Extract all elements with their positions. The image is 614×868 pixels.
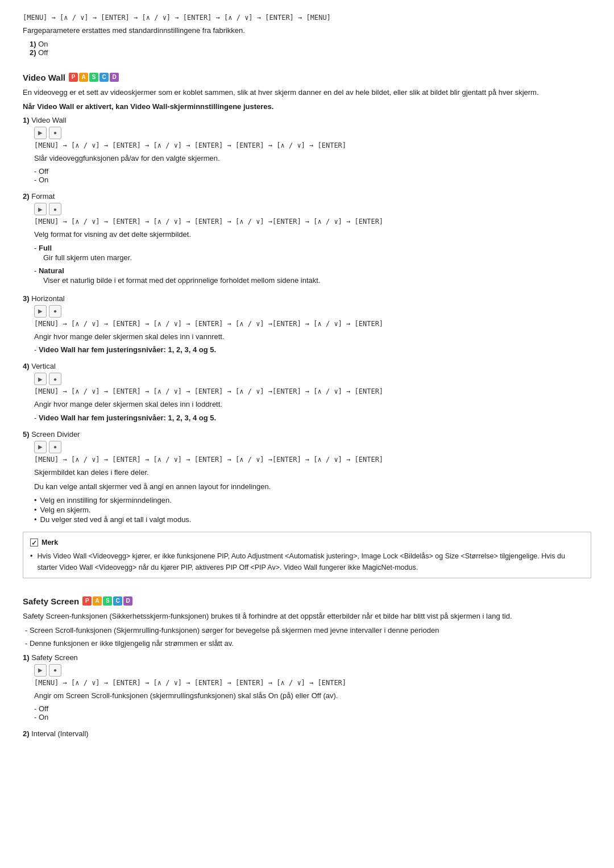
ss-note-1: - Screen Scroll-funksjonen (Skjermrullin… [25, 625, 591, 637]
video-wall-note-text: • Hvis Video Wall <Videovegg> kjører, er… [30, 550, 584, 573]
ss-item-1-opt-off: - Off [34, 704, 591, 713]
vw-item-2-natural: - Natural [34, 266, 591, 275]
ss-badge-c: C [113, 596, 122, 606]
vw-item-4-title: 4) Vertical [23, 362, 591, 370]
ss-note-2: - Denne funksjonen er ikke tilgjengelig … [25, 638, 591, 650]
badge-s: S [89, 73, 98, 82]
safety-screen-badges: P A S C D [82, 596, 132, 606]
play-icon: ▶ [34, 127, 47, 139]
ss-play-icon: ▶ [34, 664, 47, 677]
video-wall-title: Video Wall [23, 73, 65, 82]
video-wall-note-box: Merk • Hvis Video Wall <Videovegg> kjøre… [23, 532, 591, 578]
record-icon-2: ● [49, 203, 61, 215]
vw-item-1: 1) Video Wall ▶ ● [MENU] → [∧ / ∨] → [EN… [23, 116, 591, 185]
safety-screen-section: Safety Screen P A S C D Safety Screen-fu… [23, 596, 591, 738]
ss-badge-p: P [82, 596, 92, 606]
video-wall-desc1: En videovegg er et sett av videoskjermer… [23, 87, 591, 98]
play-icon-4: ▶ [34, 373, 47, 385]
ss-record-icon: ● [49, 664, 61, 677]
vw-item-3-desc: Angir hvor mange deler skjermen skal del… [34, 331, 591, 343]
vw-item-4-desc: Angir hvor mange deler skjermen skal del… [34, 399, 591, 410]
vw-item-5-bullets: •Velg en innstilling for skjerminndeling… [34, 496, 591, 524]
vw-item-4-icons: ▶ ● [34, 373, 591, 385]
vw-item-3-path: [MENU] → [∧ / ∨] → [ENTER] → [∧ / ∨] → [… [34, 320, 591, 328]
vw-item-3-icons: ▶ ● [34, 305, 591, 318]
top-option-2: 2) Off [30, 48, 591, 57]
safety-screen-desc1: Safety Screen-funksjonen (Sikkerhetsskje… [23, 611, 591, 622]
vw-item-1-path: [MENU] → [∧ / ∨] → [ENTER] → [∧ / ∨] → [… [34, 141, 591, 149]
vw-item-2-icons: ▶ ● [34, 203, 591, 215]
video-wall-note-header: Merk [30, 537, 584, 548]
record-icon-3: ● [49, 305, 61, 318]
vw-item-2: 2) Format ▶ ● [MENU] → [∧ / ∨] → [ENTER]… [23, 192, 591, 286]
vw-item-2-full: - Full [34, 244, 591, 252]
vw-item-5: 5) Screen Divider ▶ ● [MENU] → [∧ / ∨] →… [23, 430, 591, 524]
vw-item-4: 4) Vertical ▶ ● [MENU] → [∧ / ∨] → [ENTE… [23, 362, 591, 422]
play-icon-2: ▶ [34, 203, 47, 215]
vw-item-2-full-desc: Gir full skjerm uten marger. [43, 252, 591, 264]
vw-item-5-title: 5) Screen Divider [23, 430, 591, 439]
ss-badge-a: A [93, 596, 102, 606]
badge-a: A [79, 73, 88, 82]
top-section: [MENU] → [∧ / ∨] → [ENTER] → [∧ / ∨] → [… [23, 14, 591, 57]
ss-item-2: 2) Interval (Intervall) [23, 729, 591, 738]
badge-c: C [99, 73, 109, 82]
vw-item-1-opt-off: - Off [34, 167, 591, 176]
vw-item-5-path: [MENU] → [∧ / ∨] → [ENTER] → [∧ / ∨] → [… [34, 456, 591, 464]
video-wall-desc2: Når Video Wall er aktivert, kan Video Wa… [23, 101, 591, 112]
play-icon-5: ▶ [34, 441, 47, 453]
vw-item-1-icons: ▶ ● [34, 127, 591, 139]
video-wall-section: Video Wall P A S C D En videovegg er et … [23, 73, 591, 578]
vw-item-5-desc: Skjermbildet kan deles i flere deler. [34, 467, 591, 478]
badge-d: D [110, 73, 119, 82]
ss-item-2-title: 2) Interval (Intervall) [23, 729, 591, 738]
vw-item-3: 3) Horizontal ▶ ● [MENU] → [∧ / ∨] → [EN… [23, 294, 591, 354]
checkbox-icon [30, 539, 38, 546]
top-option-1: 1) On [30, 40, 591, 48]
vw-item-2-desc: Velg format for visning av det delte skj… [34, 229, 591, 240]
vw-item-1-opt-on: - On [34, 176, 591, 184]
safety-screen-title: Safety Screen [23, 596, 79, 606]
ss-badge-d: D [123, 596, 132, 606]
top-menu-path: [MENU] → [∧ / ∨] → [ENTER] → [∧ / ∨] → [… [23, 14, 591, 22]
top-description: Fargeparametere erstattes med standardin… [23, 25, 591, 36]
vw-item-4-path: [MENU] → [∧ / ∨] → [ENTER] → [∧ / ∨] → [… [34, 387, 591, 395]
record-icon: ● [49, 127, 61, 139]
vw-item-5-desc2: Du kan velge antall skjermer ved å angi … [34, 481, 591, 493]
record-icon-4: ● [49, 373, 61, 385]
vw-item-2-title: 2) Format [23, 192, 591, 201]
ss-badge-s: S [103, 596, 112, 606]
vw-item-3-note: - Video Wall har fem justeringsnivåer: 1… [34, 345, 591, 354]
ss-item-1-title: 1) Safety Screen [23, 653, 591, 662]
vw-item-5-icons: ▶ ● [34, 441, 591, 453]
ss-item-1-path: [MENU] → [∧ / ∨] → [ENTER] → [∧ / ∨] → [… [34, 679, 591, 687]
play-icon-3: ▶ [34, 305, 47, 318]
vw-item-4-note: - Video Wall har fem justeringsnivåer: 1… [34, 414, 591, 422]
safety-screen-header: Safety Screen P A S C D [23, 596, 591, 606]
ss-item-1-opt-on: - On [34, 713, 591, 721]
vw-item-1-desc: Slår videoveggfunksjonen på/av for den v… [34, 153, 591, 164]
video-wall-header: Video Wall P A S C D [23, 73, 591, 82]
ss-item-1-desc: Angir om Screen Scroll-funksjonen (skjer… [34, 690, 591, 702]
badge-p: P [69, 73, 78, 82]
ss-item-1: 1) Safety Screen ▶ ● [MENU] → [∧ / ∨] → … [23, 653, 591, 722]
vw-item-2-path: [MENU] → [∧ / ∨] → [ENTER] → [∧ / ∨] → [… [34, 218, 591, 226]
vw-item-3-title: 3) Horizontal [23, 294, 591, 303]
ss-item-1-icons: ▶ ● [34, 664, 591, 677]
safety-screen-notes: - Screen Scroll-funksjonen (Skjermrullin… [23, 625, 591, 650]
video-wall-badges: P A S C D [69, 73, 119, 82]
vw-item-1-title: 1) Video Wall [23, 116, 591, 124]
vw-item-2-natural-desc: Viser et naturlig bilde i et format med … [43, 275, 591, 286]
record-icon-5: ● [49, 441, 61, 453]
